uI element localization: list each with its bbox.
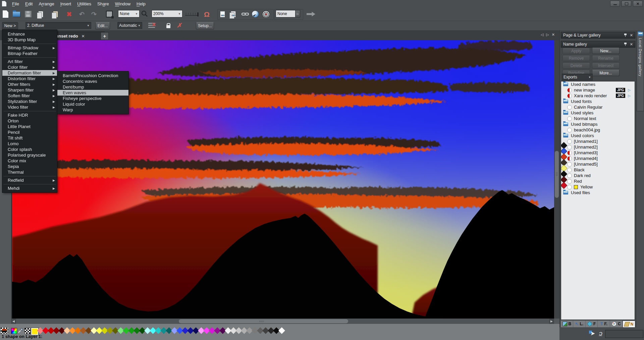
setup-button[interactable]: Setup...	[196, 22, 214, 30]
effects-menu-item-bitmap-feather[interactable]: Bitmap Feather	[2, 51, 57, 56]
new-effect-button[interactable]: New >	[2, 22, 18, 30]
effects-menu-item-other-filters[interactable]: Other filters▶	[2, 81, 57, 87]
menubar-item-insert[interactable]: Insert	[57, 1, 74, 7]
hyperlink-button[interactable]	[241, 10, 249, 18]
menubar-item-utilities[interactable]: Utilities	[74, 1, 94, 7]
tree-row-unnamed5[interactable]: [Unnamed5]	[561, 161, 635, 167]
export-preset-expand-button[interactable]: ▷	[295, 10, 300, 17]
exports-dropdown[interactable]: Exports ▼	[562, 74, 593, 80]
export-preset-dropdown[interactable]: None	[276, 10, 296, 17]
effects-menu-item-pencil[interactable]: Pencil	[2, 129, 57, 135]
color-editor-swatch[interactable]	[11, 328, 17, 334]
font-gallery-tab[interactable]: TF.	[598, 321, 610, 327]
tree-row-calvin-regular[interactable]: Calvin Regular	[561, 104, 635, 110]
lock-effect-button[interactable]	[166, 22, 170, 29]
effects-menu-item-tilt-shift[interactable]: Tilt shift	[2, 135, 57, 141]
tree-row-used-names[interactable]: Used names	[561, 81, 635, 87]
effects-menu-item-orton[interactable]: Orton	[2, 118, 57, 124]
effects-menu-item-deformation-filter[interactable]: Deformation filter▶	[2, 70, 57, 76]
name-gallery-tab[interactable]: N	[623, 321, 635, 327]
close-gallery-icon[interactable]: ✕	[630, 42, 633, 47]
effects-menu-item-3d-bump-map[interactable]: 3D Bump Map	[2, 37, 57, 43]
tab-next-icon[interactable]: ▷	[546, 33, 549, 37]
tree-row-used-colors[interactable]: Used colors	[561, 133, 635, 138]
menubar-item-share[interactable]: Share	[94, 1, 112, 7]
effects-menu-item-fake-hdr[interactable]: Fake HDR	[2, 112, 57, 118]
deformation-submenu-item-barrel-pincushion-correction[interactable]: Barrel/Pincushion Correction	[57, 73, 128, 78]
new-button[interactable]: New...	[592, 48, 620, 54]
undo-button[interactable]: ↶	[79, 10, 85, 18]
no-color-swatch[interactable]	[24, 328, 31, 334]
zoom-tool-button[interactable]	[141, 10, 148, 18]
tree-row-unnamed3[interactable]: [Unnamed3]	[561, 150, 635, 156]
tree-row-used-files[interactable]: Used files	[561, 190, 635, 195]
menubar-item-edit[interactable]: Edit	[22, 1, 36, 7]
bitmap-gallery-tab[interactable]: B	[561, 321, 573, 327]
effect-preset-dropdown[interactable]: 2. Diffuse ▼	[25, 22, 91, 29]
preview-all-pages-button[interactable]	[231, 10, 236, 18]
deformation-submenu-item-warp[interactable]: Warp	[57, 107, 128, 113]
preview-page-button[interactable]	[220, 10, 225, 18]
tree-row-unnamed2[interactable]: [Unnamed2]	[561, 144, 635, 150]
effects-menu-item-bitmap-shadow[interactable]: Bitmap Shadow▶	[2, 45, 57, 51]
tree-row-black[interactable]: Black	[561, 167, 635, 173]
effects-menu-item-art-filter[interactable]: Art filter▶	[2, 59, 57, 64]
vertical-scrollbar[interactable]	[554, 40, 559, 319]
scroll-right-button[interactable]: ▶	[549, 319, 554, 324]
current-color-indicator[interactable]	[1, 328, 8, 334]
remove-button[interactable]: Remove	[562, 55, 590, 61]
line-gallery-tab[interactable]: ↖L.	[573, 321, 586, 327]
expand-export-icon[interactable]: ▷	[628, 94, 631, 98]
save-button[interactable]	[25, 10, 32, 18]
menubar-item-window[interactable]: Window	[112, 1, 133, 7]
deformation-submenu-item-liquid-color[interactable]: Liquid color	[57, 101, 128, 107]
tree-row-xara-redo-render[interactable]: Xara redo renderJPG▷	[561, 93, 635, 99]
effect-mode-dropdown[interactable]: Automatic ▼	[117, 22, 142, 29]
zoom-level-dropdown[interactable]: 200% ▼	[152, 10, 182, 17]
menubar-item-arrange[interactable]: Arrange	[36, 1, 57, 7]
tree-row-new-image[interactable]: new imageJPG▷	[561, 87, 635, 93]
tree-row-beach004-jpg[interactable]: beach004.jpg	[561, 127, 635, 133]
new-tab-button[interactable]: +	[101, 32, 109, 40]
tree-row-used-fonts[interactable]: Used fonts	[561, 99, 635, 104]
horizontal-scrollbar-thumb[interactable]	[179, 319, 348, 323]
apply-button[interactable]: Apply	[562, 48, 590, 54]
transform-button[interactable]	[106, 10, 113, 18]
menubar-item-help[interactable]: Help	[133, 1, 149, 7]
effects-menu-item-color-mix[interactable]: Color mix	[2, 158, 57, 164]
tree-row-unnamed4[interactable]: [Unnamed4]	[561, 156, 635, 161]
effects-menu-item-color-splash[interactable]: Color splash	[2, 147, 57, 152]
menubar-item-file[interactable]: File	[9, 1, 22, 7]
vertical-scrollbar-thumb[interactable]	[555, 151, 559, 198]
close-tab-icon[interactable]: ✕	[82, 34, 85, 39]
local-designs-gallery-tab[interactable]: Local Designs gallery	[637, 31, 644, 111]
effects-menu-item-distortion-filter[interactable]: Distortion filter▶	[2, 76, 57, 81]
deformation-submenu-item-even-waves[interactable]: Even waves	[57, 90, 128, 96]
close-gallery-icon[interactable]: ✕	[630, 33, 633, 38]
tree-row-used-bitmaps[interactable]: Used bitmaps	[561, 121, 635, 127]
web-publish-button[interactable]	[262, 10, 270, 18]
minimize-button[interactable]	[610, 1, 620, 7]
tree-row-yellow[interactable]: Yellow	[561, 184, 635, 190]
effects-menu-item-stylization-filter[interactable]: Stylization filter▶	[2, 99, 57, 104]
effects-menu-item-enhance[interactable]: Enhance	[2, 31, 57, 37]
effects-menu-item-little-planet[interactable]: Little Planet	[2, 124, 57, 129]
effects-menu-item-soften-filter[interactable]: Soften filter▶	[2, 93, 57, 99]
open-button[interactable]	[13, 10, 20, 18]
tree-row-normal-text[interactable]: Normal text	[561, 116, 635, 121]
tab-prev-icon[interactable]: ◁	[541, 33, 543, 37]
deformation-submenu-item-dent-bump[interactable]: Dent/bump	[57, 84, 128, 90]
tree-row-used-styles[interactable]: Used styles	[561, 110, 635, 116]
tab-close-icon[interactable]: ✕	[552, 33, 555, 37]
pin-icon[interactable]	[624, 34, 627, 37]
color-gallery-tab[interactable]: C	[610, 321, 623, 327]
new-document-button[interactable]	[3, 10, 8, 18]
intersect-button[interactable]: Intersect	[592, 62, 620, 69]
page-layer-gallery-header[interactable]: Page & Layer gallery ✕	[561, 32, 635, 39]
redo-button[interactable]: ↷	[91, 10, 97, 18]
tree-row-unnamed1[interactable]: [Unnamed1]	[561, 138, 635, 144]
copy-button[interactable]	[38, 10, 43, 18]
effects-menu-item-lomo[interactable]: Lomo	[2, 141, 57, 147]
fill-gallery-tab[interactable]: F	[586, 321, 598, 327]
delete-button[interactable]: ✖	[66, 10, 72, 18]
